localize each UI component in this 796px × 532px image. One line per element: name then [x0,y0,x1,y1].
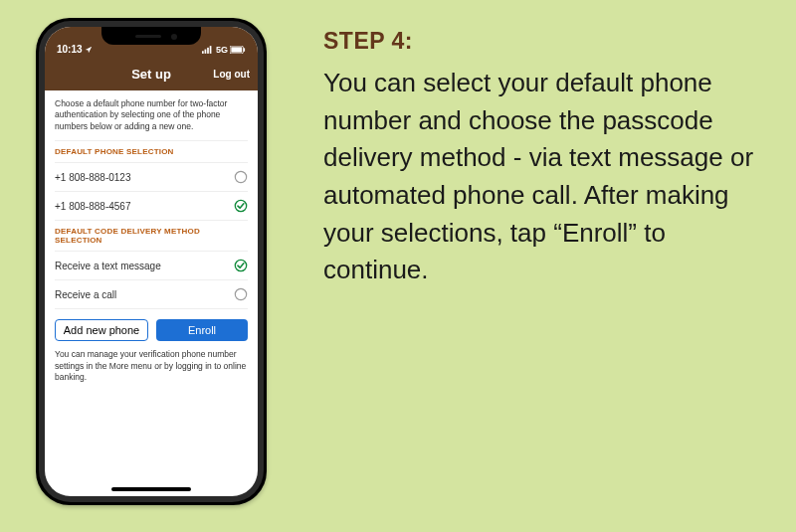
logout-button[interactable]: Log out [213,69,250,80]
battery-icon [230,46,246,54]
method-section-header: DEFAULT CODE DELIVERY METHOD SELECTION [55,220,248,251]
step-body: You can select your default phone number… [323,65,761,289]
phone-option-row[interactable]: +1 808-888-0123 [55,162,248,191]
phone-section-header: DEFAULT PHONE SELECTION [55,140,248,162]
svg-point-7 [235,172,246,183]
svg-rect-0 [202,51,204,54]
status-time: 10:13 [57,44,83,55]
method-option-row[interactable]: Receive a text message [55,251,248,279]
signal-icon [202,46,214,54]
svg-rect-6 [244,48,245,52]
svg-rect-5 [231,47,242,52]
phone-option-label: +1 808-888-4567 [55,201,130,212]
method-option-row[interactable]: Receive a call [55,279,248,308]
method-option-label: Receive a call [55,289,116,300]
title-bar: Set up Log out [45,57,258,90]
radio-unchecked-icon [234,170,248,184]
radio-checked-icon [234,199,248,213]
footer-note: You can manage your verification phone n… [55,349,248,383]
svg-rect-1 [205,50,207,54]
page-title: Set up [131,67,171,82]
home-indicator [111,487,191,491]
svg-rect-3 [210,46,212,54]
radio-unchecked-icon [234,287,248,301]
phone-option-label: +1 808-888-0123 [55,172,130,183]
instruction-panel: STEP 4: You can select your default phon… [323,28,761,289]
step-heading: STEP 4: [323,28,761,55]
method-option-label: Receive a text message [55,261,161,271]
add-new-phone-button[interactable]: Add new phone [55,319,148,341]
status-network: 5G [216,45,228,55]
phone-notch [101,27,201,45]
phone-screen: 10:13 5G [45,27,258,496]
intro-text: Choose a default phone number for two-fa… [55,98,248,132]
enroll-button[interactable]: Enroll [156,319,248,341]
svg-point-10 [235,289,246,300]
phone-frame: 10:13 5G [36,18,267,505]
svg-rect-2 [207,48,209,54]
phone-option-row[interactable]: +1 808-888-4567 [55,191,248,220]
radio-checked-icon [234,259,248,272]
location-icon [85,46,93,54]
